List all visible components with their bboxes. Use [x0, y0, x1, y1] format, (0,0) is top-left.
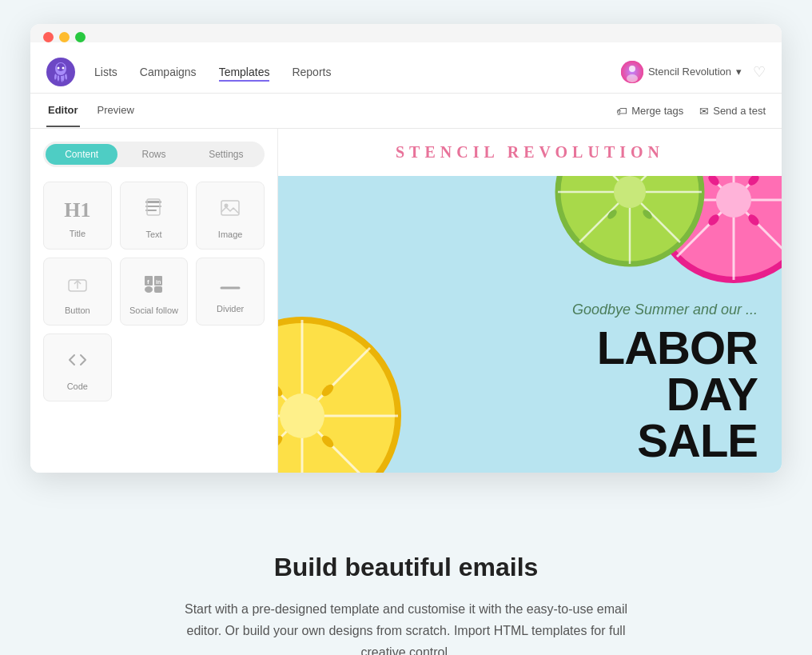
block-code[interactable]: Code: [43, 333, 112, 401]
tab-preview[interactable]: Preview: [96, 94, 136, 127]
sidebar-tab-content[interactable]: Content: [46, 144, 117, 165]
nav-link-reports[interactable]: Reports: [292, 62, 331, 82]
sidebar-tab-settings[interactable]: Settings: [190, 144, 262, 165]
bottom-section: Build beautiful emails Start with a pre-…: [166, 513, 646, 655]
code-icon: [66, 349, 89, 375]
user-dropdown-icon: ▾: [736, 66, 742, 78]
text-icon: [142, 197, 165, 223]
nav-right: Stencil Revolution ▾ ♡: [621, 61, 766, 83]
user-badge[interactable]: Stencil Revolution ▾: [621, 61, 742, 83]
editor-sidebar: Content Rows Settings H1 Title: [30, 129, 278, 473]
nav-links: Lists Campaigns Templates Reports: [94, 62, 621, 82]
svg-rect-21: [154, 286, 162, 293]
user-name: Stencil Revolution: [648, 66, 731, 78]
nav-link-campaigns[interactable]: Campaigns: [140, 62, 197, 82]
sub-nav: Editor Preview 🏷 Merge tags ✉ Send a tes…: [30, 94, 782, 129]
sale-text: Goodbye Summer and our ... LABOR DAY SAL…: [572, 302, 758, 464]
sub-nav-left: Editor Preview: [46, 94, 136, 127]
goodbye-text: Goodbye Summer and our ...: [572, 302, 758, 318]
brand-header: STENCIL REVOLUTION: [278, 129, 782, 176]
sub-nav-right: 🏷 Merge tags ✉ Send a test: [616, 105, 766, 118]
browser-window: Lists Campaigns Templates Reports: [30, 24, 782, 473]
tab-editor[interactable]: Editor: [46, 94, 80, 127]
svg-text:f: f: [147, 278, 149, 286]
editor-area: Content Rows Settings H1 Title: [30, 129, 782, 473]
block-text-label: Text: [145, 230, 161, 239]
svg-rect-9: [145, 206, 161, 207]
email-preview: STENCIL REVOLUTION: [278, 129, 782, 473]
citrus-area: Goodbye Summer and our ... LABOR DAY SAL…: [278, 176, 782, 473]
divider-icon: [219, 275, 241, 298]
svg-rect-8: [145, 201, 161, 203]
brand-name: STENCIL REVOLUTION: [396, 143, 664, 161]
main-heading: Build beautiful emails: [182, 553, 630, 582]
h1-icon: H1: [64, 198, 90, 222]
block-social-label: Social follow: [129, 306, 178, 315]
block-button[interactable]: Button: [43, 258, 112, 326]
svg-text:in: in: [156, 279, 161, 285]
block-title-label: Title: [70, 229, 86, 238]
email-preview-inner: STENCIL REVOLUTION: [278, 129, 782, 473]
svg-point-40: [614, 176, 646, 208]
browser-chrome: [30, 24, 782, 42]
block-title[interactable]: H1 Title: [43, 182, 112, 250]
sidebar-tabs: Content Rows Settings: [43, 142, 265, 167]
button-icon: [66, 273, 89, 299]
dot-red[interactable]: [43, 32, 54, 42]
svg-point-29: [716, 182, 751, 218]
dot-green[interactable]: [75, 32, 86, 42]
send-test-label: Send a test: [713, 105, 766, 117]
block-divider[interactable]: Divider: [196, 258, 265, 326]
svg-point-51: [280, 393, 324, 438]
block-button-label: Button: [65, 306, 90, 315]
browser-dots: [43, 32, 769, 42]
heart-icon[interactable]: ♡: [753, 63, 766, 81]
nav-link-templates[interactable]: Templates: [219, 62, 270, 82]
tag-icon: 🏷: [616, 105, 627, 118]
svg-point-6: [629, 66, 635, 72]
block-divider-label: Divider: [217, 304, 244, 314]
svg-point-7: [627, 74, 638, 82]
app-logo: [46, 58, 75, 86]
block-image[interactable]: Image: [196, 182, 265, 250]
svg-point-3: [58, 66, 60, 69]
labor-day-sale-text: LABOR DAY SALE: [572, 325, 758, 464]
email-icon: ✉: [699, 105, 709, 118]
image-icon: [219, 197, 241, 223]
block-image-label: Image: [218, 230, 243, 239]
svg-rect-12: [221, 201, 239, 215]
svg-point-20: [145, 286, 153, 293]
send-test-action[interactable]: ✉ Send a test: [699, 105, 766, 118]
block-code-label: Code: [67, 381, 88, 391]
merge-tags-action[interactable]: 🏷 Merge tags: [616, 105, 683, 118]
dot-yellow[interactable]: [59, 32, 70, 42]
user-avatar: [621, 61, 643, 83]
sidebar-tab-rows[interactable]: Rows: [117, 144, 189, 165]
svg-point-4: [62, 66, 65, 69]
nav-link-lists[interactable]: Lists: [94, 62, 117, 82]
app-nav: Lists Campaigns Templates Reports: [30, 50, 782, 94]
content-blocks: H1 Title Text: [43, 182, 265, 401]
social-icon: f in: [142, 273, 165, 299]
main-description: Start with a pre-designed template and c…: [182, 598, 630, 655]
block-social[interactable]: f in Social follow: [120, 258, 189, 326]
merge-tags-label: Merge tags: [631, 105, 683, 117]
block-text[interactable]: Text: [120, 182, 189, 250]
